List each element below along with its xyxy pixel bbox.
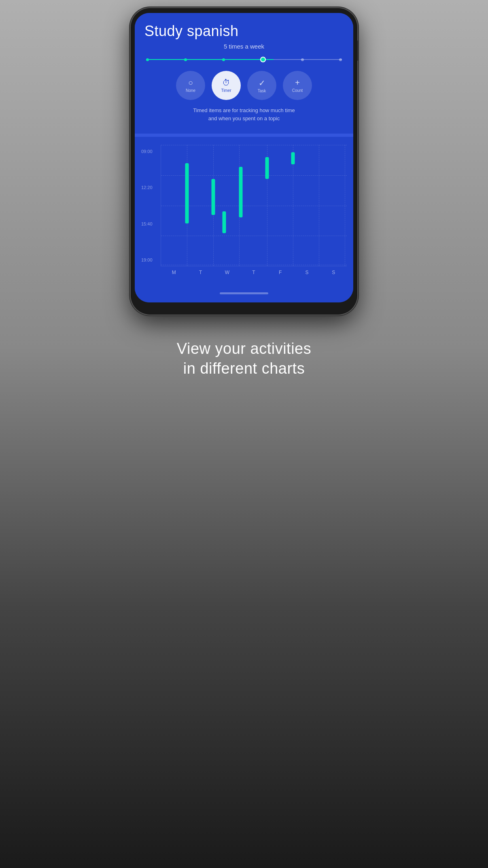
chart-y-labels: 09:00 12:20 15:40 19:00 bbox=[141, 145, 153, 266]
x-label-t: T bbox=[187, 270, 214, 275]
tagline-line2: in different charts bbox=[183, 360, 305, 377]
mode-button-row: ○ None ⏱ Timer ✓ Task + Count bbox=[144, 71, 344, 100]
x-label-s: S bbox=[294, 270, 320, 275]
x-label-m: M bbox=[161, 270, 187, 275]
none-icon: ○ bbox=[188, 78, 193, 87]
bar-thursday bbox=[239, 167, 243, 218]
bottom-text-section: View your activities in different charts bbox=[144, 339, 344, 379]
x-label-s2: S bbox=[320, 270, 347, 275]
y-label-3: 15:40 bbox=[141, 221, 153, 226]
progress-track bbox=[146, 59, 342, 60]
chart-panel: 09:00 12:20 15:40 19:00 bbox=[135, 137, 353, 285]
y-label-1: 09:00 bbox=[141, 149, 153, 154]
x-label-f: F bbox=[267, 270, 294, 275]
y-label-2: 12:20 bbox=[141, 185, 153, 190]
dot-5 bbox=[301, 58, 304, 61]
bar-saturday bbox=[291, 152, 295, 164]
timer-label: Timer bbox=[221, 88, 231, 93]
bar-wednesday-1 bbox=[211, 179, 215, 215]
panel-gap bbox=[135, 134, 353, 137]
dot-3 bbox=[222, 58, 225, 61]
count-button[interactable]: + Count bbox=[283, 71, 312, 100]
timer-button[interactable]: ⏱ Timer bbox=[212, 71, 241, 100]
dot-1 bbox=[146, 58, 149, 61]
dot-6 bbox=[339, 58, 342, 61]
chart-bars bbox=[161, 145, 347, 266]
count-icon: + bbox=[295, 78, 300, 87]
y-label-4: 19:00 bbox=[141, 257, 153, 262]
count-label: Count bbox=[292, 88, 303, 93]
chart-inner bbox=[161, 145, 347, 266]
tagline-line1: View your activities bbox=[177, 340, 311, 357]
timer-icon: ⏱ bbox=[222, 78, 230, 87]
phone-mockup: Study spanish 5 times a week bbox=[131, 8, 357, 315]
dot-4-active bbox=[260, 57, 266, 62]
phone-side-button bbox=[357, 40, 359, 61]
phone-screen: Study spanish 5 times a week bbox=[135, 13, 353, 302]
task-button[interactable]: ✓ Task bbox=[247, 71, 276, 100]
chart-area: 09:00 12:20 15:40 19:00 bbox=[141, 145, 347, 266]
bar-tuesday bbox=[185, 163, 189, 224]
info-text: Timed items are for tracking how much ti… bbox=[144, 106, 344, 126]
x-labels: M T W T F S S bbox=[161, 270, 347, 275]
task-label: Task bbox=[258, 89, 266, 93]
study-title: Study spanish bbox=[144, 23, 344, 40]
progress-bar bbox=[146, 56, 342, 63]
bar-wednesday-2 bbox=[223, 211, 226, 233]
progress-dots bbox=[146, 57, 342, 62]
dot-2 bbox=[184, 58, 187, 61]
bottom-tagline: View your activities in different charts bbox=[177, 339, 311, 379]
frequency-text: 5 times a week bbox=[144, 43, 344, 50]
none-label: None bbox=[186, 88, 195, 93]
bar-friday bbox=[265, 157, 269, 179]
phone-body: Study spanish 5 times a week bbox=[131, 8, 357, 315]
x-label-t2: T bbox=[240, 270, 267, 275]
study-panel: Study spanish 5 times a week bbox=[135, 13, 353, 134]
task-icon: ✓ bbox=[259, 78, 265, 88]
none-button[interactable]: ○ None bbox=[176, 71, 205, 100]
x-label-w: W bbox=[214, 270, 240, 275]
home-indicator bbox=[220, 292, 268, 294]
